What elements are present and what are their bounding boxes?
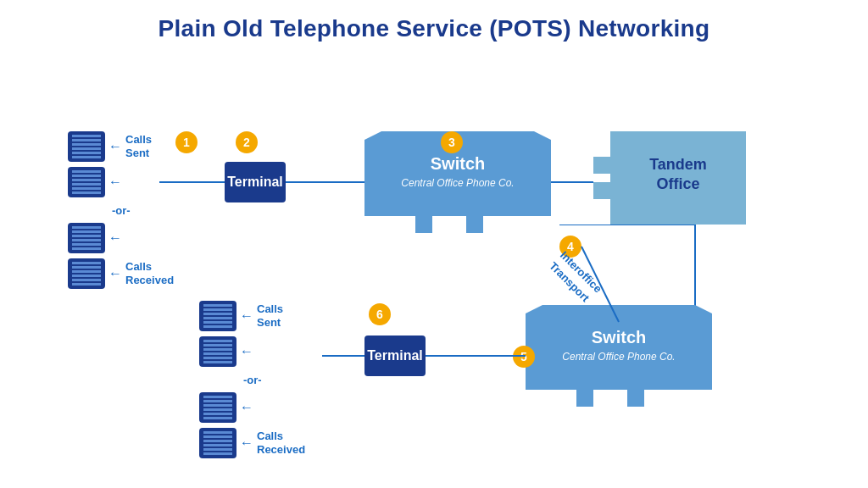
svg-text:Central Office Phone Co.: Central Office Phone Co. xyxy=(401,177,514,189)
badge-3: 3 xyxy=(441,131,463,153)
arrow-3: ← xyxy=(108,230,122,246)
calls-received-label-bottom: CallsReceived xyxy=(257,430,305,456)
arrow-8: ← xyxy=(240,435,253,451)
calls-sent-label-top: CallsSent xyxy=(125,133,152,159)
or-label-top: -or- xyxy=(112,202,174,218)
or-label-bottom: -or- xyxy=(243,372,305,387)
bottom-phone-row-1: ← CallsSent xyxy=(199,301,305,331)
phone-icon-8 xyxy=(199,428,236,458)
svg-text:Office: Office xyxy=(656,175,699,192)
terminal-1: Terminal xyxy=(225,162,286,202)
arrow-1: ← xyxy=(108,139,122,154)
badge-6: 6 xyxy=(369,303,391,325)
top-phone-row-3: ← xyxy=(68,223,174,253)
top-phone-row-2: ← xyxy=(68,167,174,197)
badge-1: 1 xyxy=(175,131,198,153)
badge-5: 5 xyxy=(513,346,535,368)
diagram-container: Plain Old Telephone Service (POTS) Netwo… xyxy=(0,0,868,488)
bottom-phone-row-3: ← xyxy=(199,392,305,423)
arrow-6: ← xyxy=(240,344,253,359)
terminal-2: Terminal xyxy=(364,336,426,376)
svg-text:Tandem: Tandem xyxy=(649,156,707,173)
phone-icon-5 xyxy=(199,301,236,331)
arrow-4: ← xyxy=(108,266,122,281)
phone-icon-2 xyxy=(68,167,105,197)
svg-text:Switch: Switch xyxy=(431,154,485,173)
switch-bottom-shape: Switch Central Office Phone Co. xyxy=(526,305,712,407)
svg-text:Switch: Switch xyxy=(592,328,646,347)
page-title: Plain Old Telephone Service (POTS) Netwo… xyxy=(0,0,868,42)
bottom-phone-row-4: ← CallsReceived xyxy=(199,428,305,458)
phone-icon-1 xyxy=(68,131,105,162)
phone-icon-4 xyxy=(68,258,105,289)
badge-2: 2 xyxy=(236,131,258,153)
calls-received-label-top: CallsReceived xyxy=(125,260,174,286)
phone-icon-7 xyxy=(199,392,236,423)
calls-sent-label-bottom: CallsSent xyxy=(257,302,283,329)
top-phone-row-1: ← CallsSent xyxy=(68,131,174,162)
arrow-2: ← xyxy=(108,175,122,190)
bottom-phone-row-2: ← xyxy=(199,336,305,367)
phone-icon-3 xyxy=(68,223,105,253)
top-phone-group: ← CallsSent ← -or- ← ← CallsReceived xyxy=(68,131,174,289)
top-phone-row-4: ← CallsReceived xyxy=(68,258,174,289)
svg-text:Central Office Phone Co.: Central Office Phone Co. xyxy=(562,351,675,363)
bottom-phone-group: ← CallsSent ← -or- ← ← CallsReceived xyxy=(199,301,305,458)
arrow-5: ← xyxy=(240,308,253,324)
phone-icon-6 xyxy=(199,336,236,367)
arrow-7: ← xyxy=(240,400,253,415)
